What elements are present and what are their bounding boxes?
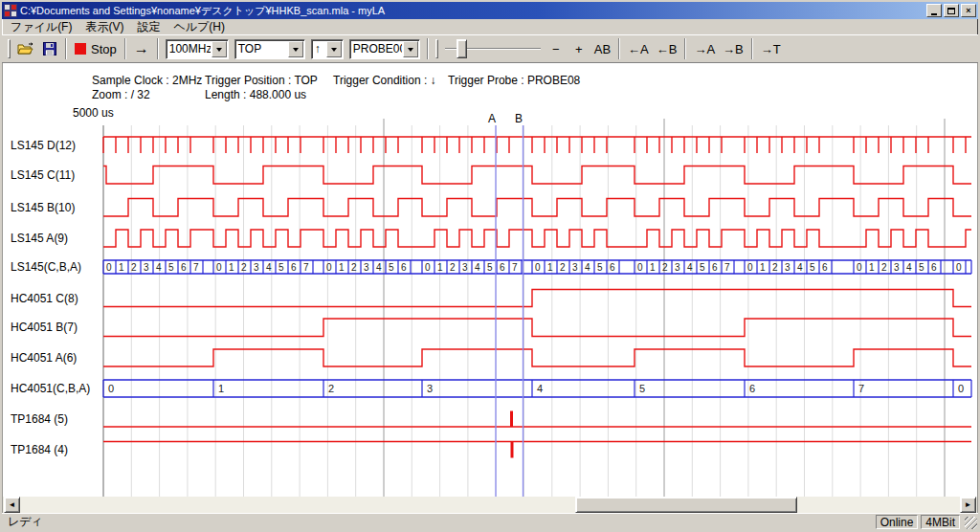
svg-text:6: 6 — [291, 262, 297, 273]
goto-cursor-a-button[interactable]: ←A — [624, 37, 653, 60]
svg-text:6: 6 — [500, 262, 505, 273]
svg-text:3: 3 — [364, 262, 369, 273]
svg-text:3: 3 — [427, 383, 433, 394]
toolbar-separator — [65, 38, 67, 59]
trigger-probe-combo[interactable]: PROBE00 — [349, 39, 420, 59]
svg-text:5: 5 — [919, 262, 924, 273]
trigger-position-combo[interactable]: TOP — [234, 39, 305, 59]
resize-grip[interactable] — [965, 517, 977, 529]
run-arrow-icon: → — [134, 40, 149, 57]
save-file-button[interactable] — [38, 37, 61, 60]
svg-text:2: 2 — [662, 262, 668, 273]
svg-text:3: 3 — [894, 262, 900, 273]
toolbar-separator — [751, 38, 753, 59]
menu-settings[interactable]: 設定 — [130, 19, 167, 35]
wave-LS145 C(11) — [103, 166, 971, 185]
zoom-out-button[interactable]: − — [545, 37, 568, 60]
svg-text:0: 0 — [857, 262, 862, 273]
open-file-button[interactable] — [13, 37, 38, 60]
stop-label: Stop — [91, 42, 117, 56]
svg-text:2: 2 — [560, 262, 566, 273]
scrollbar-thumb[interactable] — [575, 497, 797, 513]
svg-text:4: 4 — [687, 262, 693, 273]
waveform-client-area: Sample Clock : 2MHz Trigger Position : T… — [2, 63, 978, 497]
svg-text:3: 3 — [675, 262, 680, 273]
svg-text:0: 0 — [108, 383, 114, 394]
title-bar: C:¥Documents and Settings¥noname¥デスクトップ¥… — [2, 2, 978, 19]
svg-text:7: 7 — [193, 262, 199, 273]
svg-text:1: 1 — [437, 262, 443, 273]
svg-text:1: 1 — [869, 262, 875, 273]
svg-text:3: 3 — [572, 262, 578, 273]
svg-text:0: 0 — [747, 262, 753, 273]
trigger-probe-value: PROBE00 — [350, 42, 402, 55]
svg-text:5: 5 — [700, 262, 705, 273]
set-cursor-b-button[interactable]: →B — [719, 37, 747, 60]
svg-text:2: 2 — [881, 262, 887, 273]
svg-text:4: 4 — [376, 262, 382, 273]
set-cursor-a-button[interactable]: →A — [690, 37, 719, 60]
sample-clock-value: 100MHz — [167, 42, 211, 55]
scroll-left-button[interactable]: ◄ — [4, 497, 20, 513]
svg-text:3: 3 — [254, 262, 259, 273]
toolbar-gripper — [435, 39, 438, 58]
maximize-button[interactable] — [944, 4, 959, 17]
menu-bar: ファイル(F) 表示(V) 設定 ヘルプ(H) — [2, 19, 978, 34]
svg-text:5: 5 — [639, 383, 645, 394]
horizontal-scrollbar[interactable]: ◄ ► — [2, 497, 978, 513]
goto-cursor-b-button[interactable]: ←B — [653, 37, 681, 60]
svg-text:5: 5 — [487, 262, 493, 273]
svg-text:4: 4 — [156, 262, 162, 273]
zoom-ab-button[interactable]: AB — [590, 37, 614, 60]
svg-text:0: 0 — [216, 262, 222, 273]
svg-text:6: 6 — [931, 262, 937, 273]
svg-text:3: 3 — [144, 262, 149, 273]
waveform-plot[interactable]: 0123456701234567012345601234567012345601… — [3, 63, 978, 497]
wave-LS145 A(9) — [103, 230, 971, 247]
arrow-right-icon: ► — [965, 500, 972, 509]
zoom-slider[interactable] — [445, 37, 541, 60]
chevron-down-icon[interactable] — [212, 41, 227, 57]
svg-text:7: 7 — [512, 262, 518, 273]
svg-text:4: 4 — [537, 383, 543, 394]
toolbar: Stop → 100MHz TOP ↑ PROBE00 − + AB — [2, 34, 978, 63]
toolbar-gripper[interactable] — [8, 39, 11, 58]
svg-text:6: 6 — [401, 262, 407, 273]
svg-text:1: 1 — [339, 262, 345, 273]
svg-text:6: 6 — [712, 262, 718, 273]
menu-file[interactable]: ファイル(F) — [4, 19, 78, 35]
trigger-edge-combo[interactable]: ↑ — [311, 39, 344, 59]
online-status-badge: Online — [876, 515, 919, 529]
svg-text:0: 0 — [637, 262, 643, 273]
svg-text:0: 0 — [958, 383, 964, 394]
svg-text:5: 5 — [597, 262, 603, 273]
sample-clock-combo[interactable]: 100MHz — [166, 39, 229, 59]
toolbar-separator — [684, 38, 686, 59]
menu-view[interactable]: 表示(V) — [78, 19, 130, 35]
svg-text:3: 3 — [785, 262, 791, 273]
stop-icon — [75, 43, 86, 55]
save-floppy-icon — [43, 42, 56, 55]
chevron-down-icon[interactable] — [288, 41, 303, 57]
minimize-button[interactable] — [926, 4, 942, 17]
close-button[interactable]: × — [961, 4, 976, 17]
wave-LS145 B(10) — [103, 199, 971, 217]
svg-text:2: 2 — [131, 262, 137, 273]
chevron-down-icon[interactable] — [326, 41, 342, 57]
chevron-down-icon[interactable] — [403, 41, 418, 57]
trigger-position-value: TOP — [235, 42, 287, 55]
zoom-slider-thumb[interactable] — [457, 39, 467, 58]
wave-HC4051 B(7) — [103, 319, 971, 337]
zoom-in-button[interactable]: + — [568, 37, 590, 60]
svg-text:5: 5 — [278, 262, 284, 273]
toolbar-separator — [427, 38, 429, 59]
app-icon — [4, 4, 17, 17]
svg-text:6: 6 — [749, 383, 755, 394]
stop-button[interactable]: Stop — [71, 37, 121, 60]
menu-help[interactable]: ヘルプ(H) — [167, 19, 232, 35]
minimize-icon — [931, 13, 937, 15]
goto-trigger-button[interactable]: →T — [757, 37, 785, 60]
run-button[interactable]: → — [130, 37, 153, 60]
scroll-right-button[interactable]: ► — [960, 497, 976, 513]
svg-text:2: 2 — [328, 383, 334, 394]
